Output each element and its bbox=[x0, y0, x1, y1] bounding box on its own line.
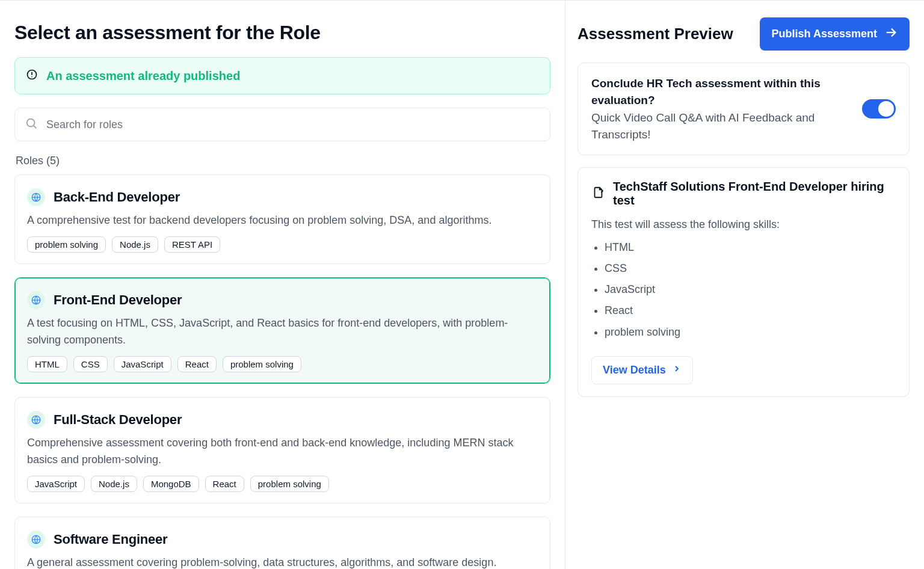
globe-icon bbox=[27, 411, 45, 429]
conclude-question: Conclude HR Tech assessment within this … bbox=[591, 75, 851, 108]
tag-pill: Node.js bbox=[112, 236, 158, 253]
role-title: Full-Stack Developer bbox=[54, 412, 182, 428]
alert-icon bbox=[26, 69, 38, 83]
assessment-icon bbox=[591, 186, 605, 201]
conclude-sub: Quick Video Call Q&A with AI Feedback an… bbox=[591, 109, 851, 143]
publish-label: Publish Assessment bbox=[772, 28, 877, 40]
tag-pill: JavaScript bbox=[114, 356, 171, 372]
tag-pill: React bbox=[177, 356, 217, 372]
globe-icon bbox=[27, 291, 45, 309]
tag-pill: HTML bbox=[27, 356, 67, 372]
conclude-toggle[interactable] bbox=[862, 99, 896, 118]
tag-pill: CSS bbox=[73, 356, 108, 372]
globe-icon bbox=[27, 531, 45, 549]
svg-point-2 bbox=[31, 76, 32, 78]
role-desc: Comprehensive assessment covering both f… bbox=[27, 435, 520, 469]
svg-point-3 bbox=[27, 119, 35, 127]
tag-pill: REST API bbox=[164, 236, 220, 253]
role-card[interactable]: Front-End DeveloperA test focusing on HT… bbox=[14, 277, 550, 384]
chevron-right-icon bbox=[672, 364, 682, 377]
skill-item: HTML bbox=[605, 237, 896, 258]
roles-count: Roles (5) bbox=[16, 155, 550, 167]
role-title: Front-End Developer bbox=[54, 292, 182, 308]
tag-pill: problem solving bbox=[250, 476, 329, 492]
svg-line-4 bbox=[34, 126, 36, 129]
skills-list: HTMLCSSJavaScriptReactproblem solving bbox=[591, 237, 896, 342]
role-tags: JavaScriptNode.jsMongoDBReactproblem sol… bbox=[27, 476, 538, 492]
skill-item: React bbox=[605, 300, 896, 321]
globe-icon bbox=[27, 188, 45, 206]
tag-pill: problem solving bbox=[223, 356, 301, 372]
test-title: TechStaff Solutions Front-End Developer … bbox=[613, 180, 896, 208]
conclude-panel: Conclude HR Tech assessment within this … bbox=[578, 63, 910, 155]
test-panel: TechStaff Solutions Front-End Developer … bbox=[578, 167, 910, 396]
tag-pill: MongoDB bbox=[143, 476, 199, 492]
toggle-knob bbox=[878, 101, 894, 117]
skill-item: problem solving bbox=[605, 322, 896, 343]
role-desc: A test focusing on HTML, CSS, JavaScript… bbox=[27, 315, 520, 349]
preview-title: Assessment Preview bbox=[578, 25, 733, 43]
role-title: Software Engineer bbox=[54, 532, 167, 547]
role-desc: A general assessment covering problem-so… bbox=[27, 555, 520, 569]
role-card[interactable]: Back-End DeveloperA comprehensive test f… bbox=[14, 174, 550, 264]
tag-pill: React bbox=[205, 476, 244, 492]
view-details-label: View Details bbox=[603, 364, 666, 377]
role-card[interactable]: Software EngineerA general assessment co… bbox=[14, 517, 550, 569]
role-card[interactable]: Full-Stack DeveloperComprehensive assess… bbox=[14, 397, 550, 503]
search-icon bbox=[25, 117, 38, 132]
alert-text: An assessment already published bbox=[46, 69, 240, 83]
publish-button[interactable]: Publish Assessment bbox=[760, 17, 910, 51]
role-desc: A comprehensive test for backend develop… bbox=[27, 212, 520, 229]
role-title: Back-End Developer bbox=[54, 189, 180, 205]
view-details-button[interactable]: View Details bbox=[591, 356, 693, 384]
alert-published: An assessment already published bbox=[14, 57, 550, 94]
role-tags: problem solvingNode.jsREST API bbox=[27, 236, 538, 253]
skill-item: CSS bbox=[605, 258, 896, 279]
test-sub: This test will assess the following skil… bbox=[591, 218, 896, 231]
tag-pill: problem solving bbox=[27, 236, 106, 253]
tag-pill: Node.js bbox=[91, 476, 137, 492]
search-input[interactable] bbox=[45, 118, 540, 132]
tag-pill: JavaScript bbox=[27, 476, 85, 492]
role-tags: HTMLCSSJavaScriptReactproblem solving bbox=[27, 356, 538, 372]
page-title: Select an assessment for the Role bbox=[14, 21, 550, 44]
search-container[interactable] bbox=[14, 108, 550, 141]
arrow-right-icon bbox=[884, 26, 898, 42]
skill-item: JavaScript bbox=[605, 279, 896, 300]
